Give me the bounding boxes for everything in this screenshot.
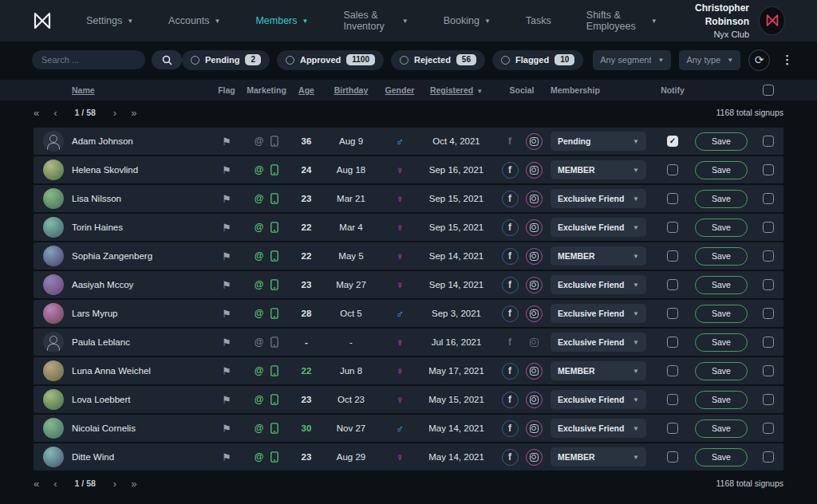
save-button[interactable]: Save — [695, 448, 748, 467]
save-button[interactable]: Save — [695, 132, 748, 151]
member-name[interactable]: Torin Haines — [72, 222, 123, 232]
row-checkbox[interactable] — [763, 222, 774, 233]
column-header-registered[interactable]: Registered▼ — [420, 85, 493, 95]
row-checkbox[interactable] — [763, 337, 774, 348]
prev-page-button[interactable]: ‹ — [53, 108, 57, 118]
avatar[interactable] — [43, 418, 64, 439]
user-avatar[interactable] — [759, 6, 785, 35]
first-page-button[interactable]: « — [34, 108, 39, 118]
notify-checkbox[interactable] — [667, 136, 678, 147]
flag-icon[interactable]: ⚑ — [222, 279, 231, 291]
row-checkbox[interactable] — [763, 451, 774, 463]
membership-select[interactable]: Exclusive Friend ▼ — [551, 275, 646, 294]
avatar[interactable] — [43, 303, 64, 324]
save-button[interactable]: Save — [695, 247, 748, 266]
save-button[interactable]: Save — [695, 161, 748, 179]
member-name[interactable]: Luna Anna Weichel — [72, 366, 151, 376]
membership-select[interactable]: Exclusive Friend ▼ — [551, 419, 646, 438]
facebook-icon[interactable]: f — [502, 191, 519, 207]
notify-checkbox[interactable] — [667, 193, 678, 204]
row-checkbox[interactable] — [763, 365, 774, 376]
save-button[interactable]: Save — [695, 333, 748, 352]
menu-item-shifts-employees[interactable]: Shifts & Employees▼ — [586, 10, 657, 32]
membership-select[interactable]: Exclusive Friend ▼ — [551, 189, 646, 208]
row-checkbox[interactable] — [763, 423, 774, 434]
kebab-menu[interactable]: ⋮ — [778, 53, 796, 67]
membership-select[interactable]: Exclusive Friend ▼ — [551, 304, 646, 323]
membership-select[interactable]: MEMBER ▼ — [551, 246, 646, 266]
member-name[interactable]: Nicolai Cornelis — [72, 423, 136, 433]
facebook-icon[interactable]: f — [502, 334, 519, 351]
instagram-icon[interactable] — [526, 133, 543, 150]
save-button[interactable]: Save — [695, 276, 748, 294]
search-input[interactable] — [32, 50, 145, 69]
facebook-icon[interactable]: f — [502, 133, 519, 150]
flag-icon[interactable]: ⚑ — [222, 365, 231, 377]
instagram-icon[interactable] — [526, 420, 543, 437]
save-button[interactable]: Save — [695, 362, 748, 380]
facebook-icon[interactable]: f — [502, 420, 519, 437]
notify-checkbox[interactable] — [667, 164, 678, 175]
search-button[interactable] — [152, 50, 182, 69]
facebook-icon[interactable]: f — [502, 162, 519, 179]
member-name[interactable]: Lova Loebbert — [72, 395, 131, 404]
refresh-button[interactable]: ⟳ — [748, 49, 770, 71]
membership-select[interactable]: MEMBER ▼ — [551, 160, 646, 179]
notify-checkbox[interactable] — [667, 279, 678, 290]
instagram-icon[interactable] — [526, 191, 543, 207]
member-name[interactable]: Aasiyah Mccoy — [72, 280, 133, 289]
member-name[interactable]: Sophia Zangenberg — [72, 251, 152, 261]
member-name[interactable]: Ditte Wind — [72, 452, 114, 462]
row-checkbox[interactable] — [763, 164, 774, 175]
flag-icon[interactable]: ⚑ — [222, 222, 231, 234]
instagram-icon[interactable] — [526, 449, 543, 466]
next-page-button[interactable]: › — [113, 478, 116, 489]
flag-icon[interactable]: ⚑ — [222, 337, 231, 348]
prev-page-button[interactable]: ‹ — [53, 478, 57, 489]
menu-item-booking[interactable]: Booking▼ — [444, 15, 491, 26]
save-button[interactable]: Save — [695, 190, 748, 208]
avatar[interactable] — [43, 447, 64, 467]
instagram-icon[interactable] — [526, 305, 543, 322]
filter-chip-approved[interactable]: Approved1100 — [277, 50, 384, 70]
menu-item-sales-inventory[interactable]: Sales & Inventory▼ — [343, 10, 408, 32]
row-checkbox[interactable] — [763, 308, 774, 319]
instagram-icon[interactable] — [526, 334, 543, 351]
row-checkbox[interactable] — [763, 136, 774, 147]
avatar[interactable] — [43, 246, 64, 266]
notify-checkbox[interactable] — [667, 423, 678, 434]
notify-checkbox[interactable] — [667, 222, 678, 233]
membership-select[interactable]: Exclusive Friend ▼ — [551, 218, 646, 237]
row-checkbox[interactable] — [763, 193, 774, 204]
next-page-button[interactable]: › — [113, 108, 116, 118]
segment-select[interactable]: Any segment ▼ — [593, 50, 671, 70]
avatar[interactable] — [43, 159, 64, 180]
avatar[interactable] — [43, 389, 64, 410]
filter-chip-rejected[interactable]: Rejected56 — [391, 50, 485, 70]
facebook-icon[interactable]: f — [502, 277, 519, 293]
menu-item-members[interactable]: Members▼ — [255, 15, 308, 26]
select-all-checkbox[interactable] — [763, 85, 774, 96]
facebook-icon[interactable]: f — [502, 219, 519, 236]
flag-icon[interactable]: ⚑ — [222, 193, 231, 205]
flag-icon[interactable]: ⚑ — [222, 136, 231, 148]
member-name[interactable]: Paula Leblanc — [72, 337, 130, 347]
filter-chip-flagged[interactable]: Flagged10 — [492, 50, 583, 70]
menu-item-accounts[interactable]: Accounts▼ — [168, 15, 220, 26]
facebook-icon[interactable]: f — [502, 392, 519, 408]
last-page-button[interactable]: » — [131, 478, 136, 489]
save-button[interactable]: Save — [695, 391, 748, 409]
notify-checkbox[interactable] — [667, 308, 678, 319]
first-page-button[interactable]: « — [34, 478, 39, 489]
column-header-name[interactable]: Name — [72, 85, 211, 95]
instagram-icon[interactable] — [526, 363, 543, 380]
avatar[interactable] — [43, 131, 64, 152]
type-select[interactable]: Any type ▼ — [679, 50, 740, 70]
flag-icon[interactable]: ⚑ — [222, 423, 231, 435]
instagram-icon[interactable] — [526, 219, 543, 236]
filter-chip-pending[interactable]: Pending2 — [182, 50, 270, 70]
notify-checkbox[interactable] — [667, 250, 678, 262]
app-logo[interactable] — [32, 10, 53, 32]
membership-select[interactable]: MEMBER ▼ — [551, 447, 646, 467]
notify-checkbox[interactable] — [667, 394, 678, 405]
